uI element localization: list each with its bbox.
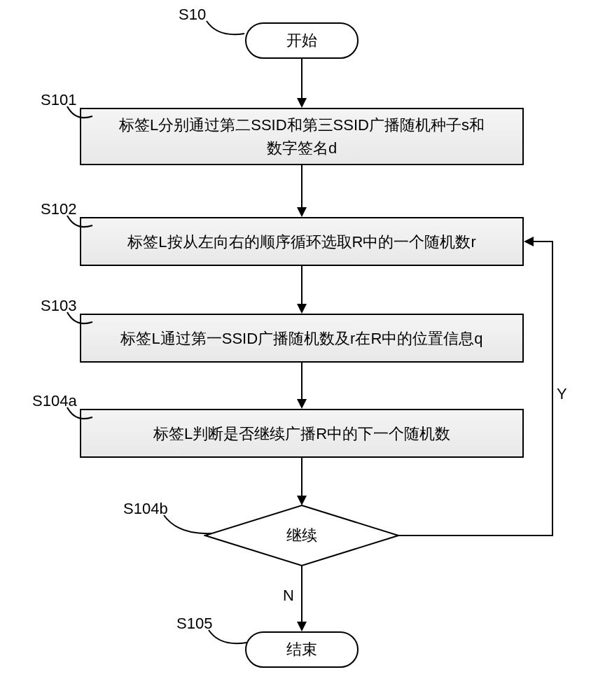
process-s104a: 标签L判断是否继续广播R中的下一个随机数 bbox=[80, 409, 524, 458]
process-s101: 标签L分别通过第二SSID和第三SSID广播随机种子s和 数字签名d bbox=[80, 108, 524, 165]
label-s104b: S104b bbox=[123, 500, 168, 518]
process-s103-text: 标签L通过第一SSID广播随机数及r在R中的位置信息q bbox=[120, 327, 482, 350]
arrowhead-s102 bbox=[297, 207, 307, 217]
process-s103: 标签L通过第一SSID广播随机数及r在R中的位置信息q bbox=[80, 314, 524, 363]
process-s104a-text: 标签L判断是否继续广播R中的下一个随机数 bbox=[153, 422, 450, 445]
end-terminator: 结束 bbox=[245, 631, 359, 668]
y-branch-arrowhead bbox=[524, 237, 534, 246]
label-n: N bbox=[283, 587, 294, 605]
callout-s105 bbox=[207, 629, 249, 650]
callout-s10 bbox=[205, 20, 247, 41]
arrowhead-s104a bbox=[297, 399, 307, 409]
callout-s101 bbox=[66, 105, 94, 126]
start-terminator: 开始 bbox=[245, 22, 359, 59]
y-branch-h2 bbox=[534, 241, 553, 242]
process-s102-text: 标签L按从左向右的顺序循环选取R中的一个随机数r bbox=[127, 230, 475, 253]
decision-s104b-text: 继续 bbox=[204, 504, 400, 567]
arrowhead-s103 bbox=[297, 304, 307, 314]
arrowhead-end bbox=[297, 622, 307, 631]
arrow-start-s101 bbox=[301, 59, 303, 98]
arrow-s104a-decision bbox=[301, 458, 303, 496]
callout-s102 bbox=[66, 214, 94, 235]
arrowhead-decision bbox=[297, 496, 307, 505]
end-label: 结束 bbox=[286, 639, 317, 660]
start-label: 开始 bbox=[286, 30, 317, 51]
y-branch-h1 bbox=[398, 535, 553, 536]
callout-s104a bbox=[66, 406, 94, 427]
label-s10: S10 bbox=[179, 6, 206, 24]
arrow-s101-s102 bbox=[301, 165, 303, 207]
flowchart-canvas: 开始 标签L分别通过第二SSID和第三SSID广播随机种子s和 数字签名d 标签… bbox=[0, 0, 591, 700]
arrowhead-s101 bbox=[297, 98, 307, 108]
process-s101-text: 标签L分别通过第二SSID和第三SSID广播随机种子s和 数字签名d bbox=[119, 113, 485, 160]
arrow-s103-s104a bbox=[301, 363, 303, 399]
decision-s104b: 继续 bbox=[204, 504, 400, 567]
arrow-decision-end bbox=[301, 566, 303, 622]
y-branch-v bbox=[552, 241, 553, 536]
callout-s104b bbox=[162, 514, 213, 539]
arrow-s102-s103 bbox=[301, 266, 303, 304]
callout-s103 bbox=[66, 311, 94, 332]
process-s102: 标签L按从左向右的顺序循环选取R中的一个随机数r bbox=[80, 217, 524, 266]
label-y: Y bbox=[557, 385, 567, 403]
